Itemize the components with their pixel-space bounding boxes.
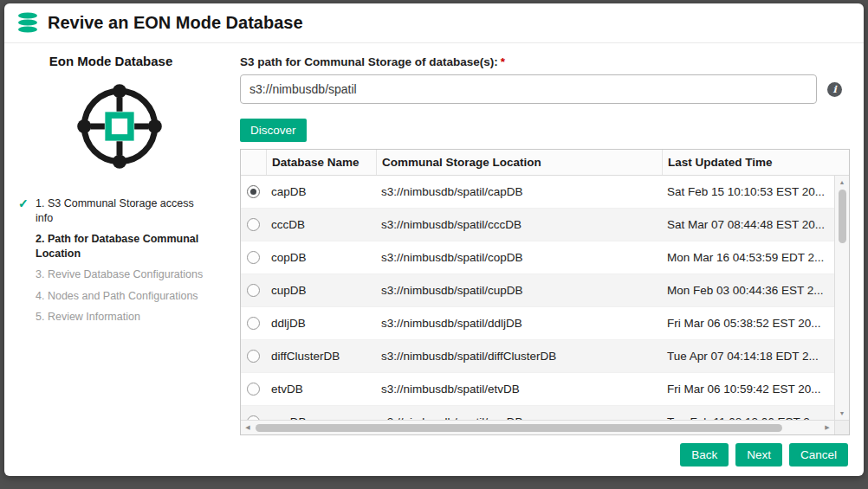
- db-last-updated: Tue Apr 07 04:14:18 EDT 2...: [662, 350, 834, 363]
- db-storage-location: s3://nimbusdb/spatil/ddljDB: [376, 317, 662, 330]
- dialog-header: Revive an EON Mode Database: [4, 3, 864, 43]
- db-last-updated: Sat Feb 15 10:10:53 EST 20...: [662, 185, 834, 198]
- row-radio-cell: [241, 185, 266, 198]
- column-header-database-name: Database Name: [266, 150, 376, 175]
- table-row[interactable]: ddljDBs3://nimbusdb/spatil/ddljDBFri Mar…: [241, 307, 834, 340]
- check-icon: ✓: [18, 196, 29, 211]
- vertical-scrollbar[interactable]: ▲ ▼: [834, 176, 849, 420]
- column-header-storage-location: Communal Storage Location: [376, 150, 662, 175]
- db-name: diffClusterDB: [266, 350, 376, 363]
- db-name: etvDB: [266, 383, 376, 396]
- table-row[interactable]: etvDBs3://nimbusdb/spatil/etvDBFri Mar 0…: [241, 373, 834, 406]
- db-last-updated: Fri Mar 06 05:38:52 EST 20...: [662, 317, 834, 330]
- table-rows: capDBs3://nimbusdb/spatil/capDBSat Feb 1…: [241, 176, 834, 420]
- wizard-sidebar: Eon Mode Database ✓ 1. S3 Communal Stora…: [4, 43, 228, 434]
- table-row[interactable]: cupDBs3://nimbusdb/spatil/cupDBMon Feb 0…: [241, 274, 834, 307]
- column-header-last-updated: Last Updated Time: [662, 150, 849, 175]
- dialog-title: Revive an EON Mode Database: [48, 13, 303, 33]
- wizard-step-3[interactable]: 3. Revive Database Configurations: [16, 267, 211, 282]
- s3-path-label-text: S3 path for Communal Storage of database…: [240, 55, 498, 68]
- scroll-up-icon[interactable]: ▲: [835, 176, 849, 189]
- row-radio[interactable]: [247, 317, 260, 330]
- table-body: capDBs3://nimbusdb/spatil/capDBSat Feb 1…: [241, 176, 849, 420]
- scroll-left-icon[interactable]: ◀: [241, 421, 255, 434]
- step-label: 1. S3 Communal Storage access info: [36, 197, 194, 224]
- table-row[interactable]: copDBs3://nimbusdb/spatil/copDBMon Mar 1…: [241, 241, 834, 274]
- row-radio-cell: [241, 415, 266, 420]
- db-storage-location: s3://nimbusdb/spatil/copDB: [376, 251, 662, 264]
- wizard-step-1[interactable]: ✓ 1. S3 Communal Storage access info: [16, 196, 211, 225]
- vertical-scroll-thumb[interactable]: [839, 190, 846, 243]
- scroll-right-icon[interactable]: ▶: [820, 421, 834, 434]
- eon-node-icon: [68, 75, 171, 177]
- row-radio-cell: [241, 383, 266, 396]
- horizontal-scrollbar[interactable]: ◀ ▶: [241, 420, 849, 434]
- row-radio-cell: [241, 350, 266, 363]
- main-panel: S3 path for Communal Storage of database…: [228, 43, 864, 434]
- row-radio[interactable]: [247, 185, 260, 198]
- table-row[interactable]: capDBs3://nimbusdb/spatil/capDBSat Feb 1…: [241, 176, 834, 209]
- table-header: Database Name Communal Storage Location …: [241, 150, 849, 176]
- db-storage-location: s3://nimbusdb/spatil/expDB: [376, 415, 662, 420]
- db-storage-location: s3://nimbusdb/spatil/capDB: [376, 185, 662, 198]
- db-last-updated: Tue Feb 11 08:13:06 EST 2...: [662, 415, 834, 420]
- table-row[interactable]: diffClusterDBs3://nimbusdb/spatil/diffCl…: [241, 340, 834, 373]
- db-name: expDB: [266, 415, 376, 420]
- revive-eon-dialog: Revive an EON Mode Database Eon Mode Dat…: [4, 3, 864, 476]
- row-radio[interactable]: [247, 415, 260, 420]
- database-table: Database Name Communal Storage Location …: [240, 149, 850, 435]
- db-last-updated: Sat Mar 07 08:44:48 EST 20...: [662, 218, 834, 231]
- s3-path-row: i: [240, 74, 848, 104]
- row-radio-cell: [241, 218, 266, 231]
- s3-path-input[interactable]: [240, 74, 817, 104]
- required-marker: *: [501, 55, 505, 68]
- db-last-updated: Mon Mar 16 04:53:59 EDT 2...: [662, 251, 834, 264]
- s3-path-label: S3 path for Communal Storage of database…: [240, 55, 848, 68]
- sidebar-heading: Eon Mode Database: [16, 54, 205, 68]
- db-name: capDB: [266, 185, 376, 198]
- db-name: cupDB: [266, 284, 376, 297]
- cancel-button[interactable]: Cancel: [789, 443, 848, 466]
- row-radio[interactable]: [247, 218, 260, 231]
- next-button[interactable]: Next: [735, 443, 782, 466]
- row-radio-cell: [241, 284, 266, 297]
- db-storage-location: s3://nimbusdb/spatil/cupDB: [376, 284, 662, 297]
- back-button[interactable]: Back: [680, 443, 729, 466]
- row-radio-cell: [241, 251, 266, 264]
- database-icon: [16, 11, 40, 35]
- info-icon[interactable]: i: [827, 82, 842, 97]
- table-row[interactable]: cccDBs3://nimbusdb/spatil/cccDBSat Mar 0…: [241, 209, 834, 241]
- row-radio-cell: [241, 317, 266, 330]
- scroll-down-icon[interactable]: ▼: [835, 407, 849, 420]
- db-storage-location: s3://nimbusdb/spatil/etvDB: [376, 383, 662, 396]
- db-name: ddljDB: [266, 317, 376, 330]
- wizard-step-5[interactable]: 5. Review Information: [16, 310, 211, 325]
- horizontal-scroll-thumb[interactable]: [256, 424, 782, 432]
- db-name: cccDB: [266, 218, 376, 231]
- dialog-body: Eon Mode Database ✓ 1. S3 Communal Stora…: [4, 43, 864, 434]
- step-label: 5. Review Information: [36, 311, 140, 323]
- row-radio[interactable]: [247, 383, 260, 396]
- db-name: copDB: [266, 251, 376, 264]
- scrollbar-corner: [834, 421, 849, 434]
- row-radio[interactable]: [247, 284, 260, 297]
- wizard-step-2[interactable]: 2. Path for Database Communal Location: [16, 232, 211, 261]
- db-storage-location: s3://nimbusdb/spatil/cccDB: [376, 218, 662, 231]
- radio-column-header: [241, 150, 266, 175]
- dialog-footer: Back Next Cancel: [4, 434, 864, 476]
- row-radio[interactable]: [247, 251, 260, 264]
- discover-button[interactable]: Discover: [240, 119, 307, 142]
- db-last-updated: Mon Feb 03 00:44:36 EST 2...: [662, 284, 834, 297]
- db-last-updated: Fri Mar 06 10:59:42 EST 20...: [662, 383, 834, 396]
- step-label: 4. Nodes and Path Configurations: [36, 290, 198, 302]
- step-label: 2. Path for Database Communal Location: [36, 233, 198, 260]
- table-row[interactable]: expDBs3://nimbusdb/spatil/expDBTue Feb 1…: [241, 406, 834, 420]
- wizard-steps: ✓ 1. S3 Communal Storage access info 2. …: [16, 196, 223, 325]
- wizard-step-4[interactable]: 4. Nodes and Path Configurations: [16, 289, 211, 304]
- row-radio[interactable]: [247, 350, 260, 363]
- step-label: 3. Revive Database Configurations: [36, 268, 203, 280]
- db-storage-location: s3://nimbusdb/spatil/diffClusterDB: [376, 350, 662, 363]
